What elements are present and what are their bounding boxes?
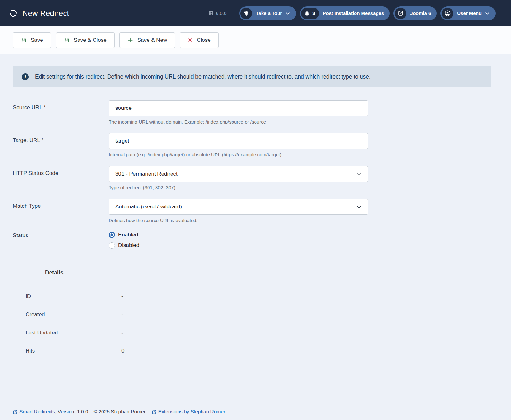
source-url-hint: The incoming URL without domain. Example…: [109, 119, 368, 124]
source-url-row: Source URL * The incoming URL without do…: [13, 100, 491, 124]
version-number: 6.0.0: [216, 11, 226, 16]
bell-icon: [304, 11, 310, 16]
save-and-new-button[interactable]: Save & New: [119, 32, 175, 48]
match-type-select[interactable]: Automatic (exact / wildcard): [109, 199, 368, 215]
user-menu-button[interactable]: User Menu: [440, 6, 496, 20]
chevron-down-icon: [485, 11, 490, 16]
target-url-label: Target URL *: [13, 133, 109, 157]
footer-version-text: , Version: 1.0.0 – © 2025 Stephan Römer …: [55, 409, 150, 415]
status-enabled-option[interactable]: Enabled: [109, 232, 368, 238]
hits-label: Hits: [26, 348, 121, 354]
details-row-created: Created -: [26, 311, 232, 318]
source-url-input[interactable]: [109, 100, 368, 116]
source-url-label: Source URL *: [13, 100, 109, 124]
close-icon: [188, 38, 193, 42]
match-type-value: Automatic (exact / wildcard): [115, 204, 182, 210]
smart-redirects-label: Smart Redirects: [19, 409, 55, 415]
status-row: Status Enabled Disabled: [13, 232, 491, 253]
status-enabled-label: Enabled: [118, 232, 138, 238]
chevron-down-icon: [356, 204, 362, 210]
id-value: -: [121, 293, 232, 300]
user-icon: [442, 8, 453, 19]
match-type-label: Match Type: [13, 199, 109, 223]
save-and-close-label: Save & Close: [74, 37, 107, 43]
created-label: Created: [26, 311, 121, 318]
top-navbar: New Redirect 6.0.0 Take a Tour: [0, 0, 511, 26]
signpost-icon: [240, 8, 252, 19]
details-row-hits: Hits 0: [26, 348, 232, 354]
post-installation-messages-button[interactable]: 3 Post Installation Messages: [300, 6, 390, 20]
info-alert: i Edit settings for this redirect. Defin…: [13, 66, 491, 87]
details-row-id: ID -: [26, 293, 232, 300]
joomla-site-button[interactable]: Joomla 6: [393, 6, 437, 20]
action-toolbar: Save Save & Close Save & New Close: [0, 26, 511, 54]
status-disabled-label: Disabled: [118, 242, 139, 249]
redirect-refresh-icon: [9, 9, 18, 18]
last-updated-value: -: [121, 330, 232, 336]
extension-footer: Smart Redirects , Version: 1.0.0 – © 202…: [13, 409, 491, 415]
smart-redirects-link[interactable]: Smart Redirects: [13, 409, 55, 415]
joomla-logo-icon: [208, 11, 214, 16]
external-link-icon: [395, 8, 406, 19]
joomla-version: 6.0.0: [208, 11, 226, 16]
hits-value: 0: [121, 348, 232, 354]
external-link-icon: [13, 410, 18, 415]
joomla-site-label: Joomla 6: [410, 11, 431, 16]
created-value: -: [121, 311, 232, 318]
edit-form-area: i Edit settings for this redirect. Defin…: [0, 54, 511, 415]
radio-disabled[interactable]: [109, 242, 115, 249]
extensions-author-label: Extensions by Stephan Römer: [158, 409, 225, 415]
post-installation-messages-label: Post Installation Messages: [323, 11, 384, 16]
chevron-down-icon: [356, 171, 362, 177]
save-icon: [21, 37, 27, 43]
extensions-author-link[interactable]: Extensions by Stephan Römer: [152, 409, 225, 415]
take-a-tour-button[interactable]: Take a Tour: [239, 6, 296, 20]
http-status-code-label: HTTP Status Code: [13, 166, 109, 190]
match-type-row: Match Type Automatic (exact / wildcard) …: [13, 199, 491, 223]
status-label: Status: [13, 232, 109, 253]
chevron-down-icon: [285, 11, 290, 16]
user-menu-label: User Menu: [457, 11, 482, 16]
radio-enabled[interactable]: [109, 232, 115, 238]
http-status-code-value: 301 - Permanent Redirect: [115, 171, 178, 177]
info-alert-text: Edit settings for this redirect. Define …: [35, 73, 370, 80]
notification-count-badge: 3: [312, 11, 315, 16]
external-link-icon: [152, 410, 156, 415]
save-and-close-button[interactable]: Save & Close: [56, 32, 115, 48]
save-label: Save: [31, 37, 43, 43]
info-icon: i: [22, 73, 29, 80]
redirect-form: Source URL * The incoming URL without do…: [13, 100, 491, 253]
save-button[interactable]: Save: [13, 32, 51, 48]
page-title: New Redirect: [22, 9, 69, 18]
last-updated-label: Last Updated: [26, 330, 121, 336]
http-status-code-select[interactable]: 301 - Permanent Redirect: [109, 166, 368, 182]
target-url-input[interactable]: [109, 133, 368, 149]
close-label: Close: [197, 37, 210, 43]
target-url-hint: Internal path (e.g. /index.php/target) o…: [109, 152, 368, 157]
http-status-code-row: HTTP Status Code 301 - Permanent Redirec…: [13, 166, 491, 190]
save-icon: [64, 37, 70, 43]
target-url-row: Target URL * Internal path (e.g. /index.…: [13, 133, 491, 157]
close-button[interactable]: Close: [180, 32, 218, 48]
take-a-tour-label: Take a Tour: [256, 11, 282, 16]
details-row-last-updated: Last Updated -: [26, 330, 232, 336]
match-type-hint: Defines how the source URL is evaluated.: [109, 218, 368, 223]
http-status-code-hint: Type of redirect (301, 302, 307).: [109, 185, 368, 190]
save-and-new-label: Save & New: [137, 37, 167, 43]
plus-icon: [127, 37, 133, 43]
details-fieldset: Details ID - Created - Last Updated - Hi…: [13, 269, 245, 373]
status-disabled-option[interactable]: Disabled: [109, 242, 368, 249]
id-label: ID: [26, 293, 121, 300]
details-legend: Details: [40, 269, 69, 276]
